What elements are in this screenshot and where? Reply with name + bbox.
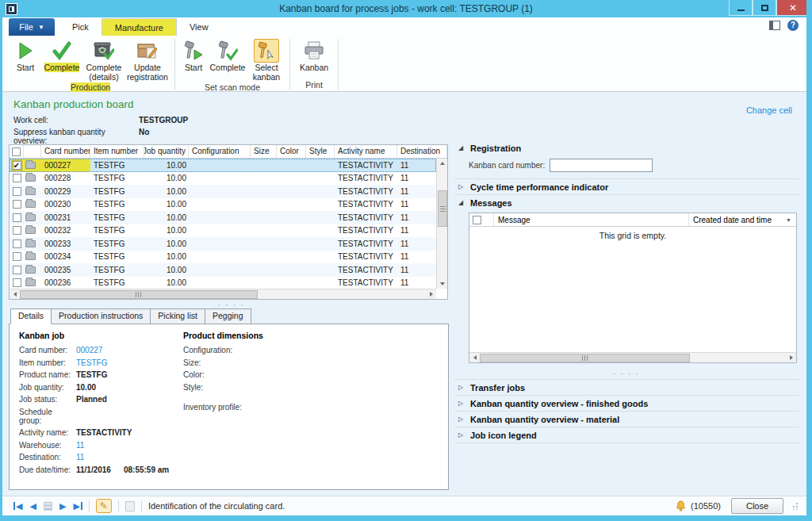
kanban-row-000232[interactable]: 000232TESTFG10.00TESTACTIVITY11 — [10, 224, 436, 238]
cycle-time-section-header[interactable]: ▷ Cycle time performance indicator — [454, 179, 799, 194]
scroll-down-icon[interactable] — [437, 279, 447, 289]
grid-horizontal-scrollbar[interactable] — [10, 289, 436, 299]
next-record-icon[interactable]: ▶ — [59, 501, 66, 511]
row-checkbox[interactable]: ✔ — [13, 161, 21, 170]
qty-overview-material-section-header[interactable]: ▷ Kanban quantity overview - material — [454, 412, 799, 427]
kanban-row-000230[interactable]: 000230TESTFG10.00TESTACTIVITY11 — [10, 198, 436, 212]
toggle-pane-icon[interactable] — [769, 21, 780, 30]
tab-pick[interactable]: Pick — [59, 18, 102, 36]
minimize-button[interactable] — [729, 0, 753, 16]
transfer-jobs-section-header[interactable]: ▷ Transfer jobs — [454, 380, 799, 395]
tab-picking-list[interactable]: Picking list — [151, 308, 205, 324]
kanban-row-000231[interactable]: 000231TESTFG10.00TESTACTIVITY11 — [10, 211, 436, 224]
scan-start-button[interactable]: Start — [179, 37, 208, 72]
last-record-icon[interactable]: ▶ — [73, 501, 82, 511]
scroll-right-icon[interactable] — [786, 353, 796, 362]
row-checkbox[interactable] — [13, 213, 21, 222]
col-created-date[interactable]: Created date and time ▼ — [688, 213, 796, 226]
cell-style — [306, 224, 335, 238]
resize-grip[interactable] — [791, 502, 799, 510]
kanban-card-number-input[interactable] — [550, 159, 653, 172]
edit-record-icon[interactable]: ✎ — [96, 499, 112, 513]
row-checkbox[interactable] — [13, 226, 21, 235]
scroll-right-icon[interactable] — [426, 289, 436, 299]
card-number-link[interactable]: 000227 — [76, 346, 102, 354]
first-record-icon[interactable]: ◀ — [13, 501, 22, 511]
horizontal-scroll-thumb[interactable] — [20, 290, 258, 299]
row-checkbox[interactable] — [13, 278, 21, 287]
messages-section-header[interactable]: ◢ Messages — [454, 195, 799, 210]
scroll-up-icon[interactable] — [437, 159, 447, 168]
sort-arrow-icon[interactable]: ▼ — [786, 217, 791, 223]
kanban-row-000228[interactable]: 000228TESTFG10.00TESTACTIVITY11 — [10, 172, 436, 186]
kanban-row-000227[interactable]: ✔000227TESTFG10.00TESTACTIVITY11 — [10, 159, 436, 172]
cell-destination: 11 — [397, 251, 436, 264]
vertical-scroll-thumb[interactable] — [438, 190, 447, 227]
cell-size — [251, 251, 277, 264]
col-destination[interactable]: Destination — [397, 145, 447, 158]
kanban-row-000233[interactable]: 000233TESTFG10.00TESTACTIVITY11 — [10, 237, 436, 251]
messages-splitter-handle[interactable]: · · · · — [613, 370, 640, 377]
production-start-button[interactable]: Start — [10, 37, 40, 72]
production-complete-button[interactable]: Complete — [40, 37, 83, 72]
scroll-left-icon[interactable] — [469, 353, 480, 362]
col-card-number[interactable]: Card number — [41, 145, 90, 158]
kanban-row-000234[interactable]: 000234TESTFG10.00TESTACTIVITY11 — [10, 251, 436, 264]
col-style[interactable]: Style — [306, 145, 335, 158]
grid-view-icon[interactable] — [44, 502, 52, 511]
tab-production-instructions[interactable]: Production instructions — [52, 308, 151, 324]
row-checkbox[interactable] — [13, 266, 21, 274]
col-message[interactable]: Message — [493, 213, 688, 226]
help-icon[interactable]: ? — [787, 20, 799, 31]
item-number-link[interactable]: TESTFG — [76, 358, 107, 367]
grid-splitter-handle[interactable]: · · · · — [218, 301, 245, 308]
update-registration-button[interactable]: Update registration — [124, 37, 170, 82]
cell-color — [277, 172, 306, 186]
job-icon-legend-section-header[interactable]: ▷ Job icon legend — [454, 427, 799, 442]
cell-item-number: TESTFG — [90, 172, 144, 186]
print-kanban-button[interactable]: Kanban — [294, 37, 334, 72]
file-menu-button[interactable]: File ▼ — [9, 18, 55, 36]
warehouse-link[interactable]: 11 — [76, 441, 84, 450]
grid-vertical-scrollbar[interactable] — [436, 159, 447, 289]
title-bar: Kanban board for process jobs - work cel… — [0, 0, 812, 17]
destination-link[interactable]: 11 — [76, 453, 84, 462]
tab-details[interactable]: Details — [10, 308, 52, 324]
complete-check-icon — [52, 39, 72, 63]
kanban-row-000235[interactable]: 000235TESTFG10.00TESTACTIVITY11 — [10, 263, 436, 277]
kanban-row-000229[interactable]: 000229TESTFG10.00TESTACTIVITY11 — [10, 185, 436, 198]
registration-section-header[interactable]: ◢ Registration — [454, 140, 799, 155]
row-checkbox[interactable] — [13, 174, 21, 182]
change-cell-link[interactable]: Change cell — [746, 105, 792, 115]
scroll-left-icon[interactable] — [10, 289, 20, 299]
col-job-quantity[interactable]: Job quantity — [144, 145, 189, 158]
messages-select-all-checkbox[interactable] — [473, 216, 481, 224]
previous-record-icon[interactable]: ◀ — [29, 501, 36, 511]
scan-complete-button[interactable]: Complete — [208, 37, 247, 72]
row-checkbox[interactable] — [13, 239, 21, 248]
col-activity-name[interactable]: Activity name — [335, 145, 397, 158]
col-configuration[interactable]: Configuration — [189, 145, 251, 158]
row-checkbox[interactable] — [13, 200, 21, 209]
cell-color — [277, 159, 306, 172]
tab-view[interactable]: View — [177, 18, 221, 36]
row-checkbox[interactable] — [13, 252, 21, 261]
qty-overview-finished-goods-section-header[interactable]: ▷ Kanban quantity overview - finished go… — [454, 396, 799, 411]
close-window-button[interactable]: ✕ — [776, 0, 810, 16]
select-all-checkbox[interactable] — [12, 147, 21, 156]
kanban-row-000236[interactable]: 000236TESTFG10.00TESTACTIVITY11 — [10, 277, 436, 289]
messages-scroll-thumb[interactable] — [480, 354, 690, 362]
col-item-number[interactable]: Item number — [90, 145, 144, 158]
ribbon-tab-row: File ▼ Pick Manufacture View ? — [2, 17, 806, 36]
close-button[interactable]: Close — [731, 498, 783, 514]
row-checkbox[interactable] — [13, 187, 21, 196]
tab-manufacture[interactable]: Manufacture — [102, 18, 177, 36]
messages-horizontal-scrollbar[interactable] — [469, 352, 796, 362]
alert-bell-icon[interactable] — [675, 500, 687, 512]
maximize-button[interactable] — [753, 0, 776, 16]
col-color[interactable]: Color — [277, 145, 306, 158]
select-kanban-button[interactable]: Select kanban — [247, 37, 285, 82]
production-complete-details-button[interactable]: Complete (details) — [83, 37, 124, 82]
col-size[interactable]: Size — [251, 145, 277, 158]
tab-pegging[interactable]: Pegging — [205, 308, 251, 324]
